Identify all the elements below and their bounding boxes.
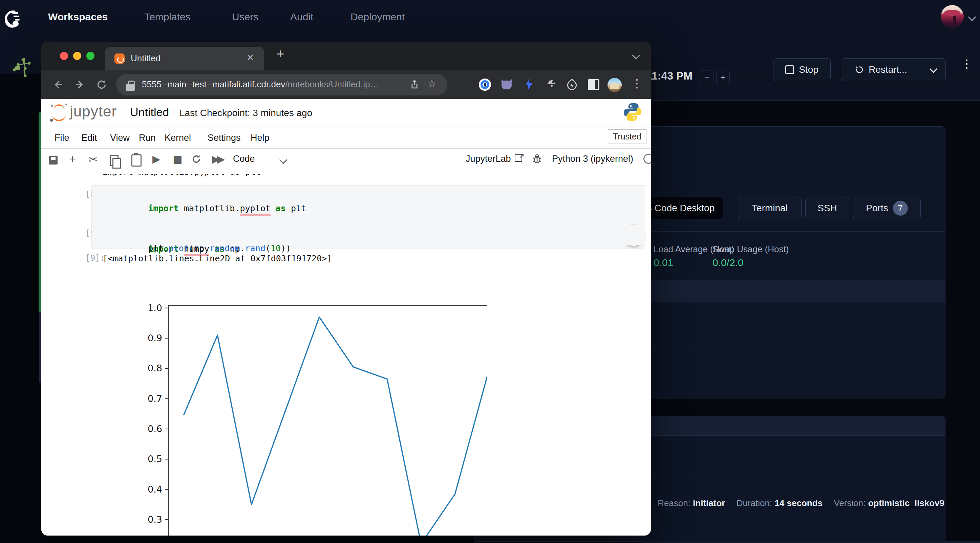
menu-run[interactable]: Run (139, 133, 156, 143)
jupyterlab-link[interactable]: JupyterLab (466, 154, 511, 164)
share-icon[interactable] (409, 79, 420, 91)
new-tab-button[interactable]: + (276, 46, 284, 62)
bookmark-star-icon[interactable]: ☆ (427, 77, 437, 90)
terminal-label: Terminal (752, 203, 788, 214)
python-logo-icon (623, 102, 642, 122)
window-zoom-button[interactable] (86, 52, 94, 60)
cut-cells-icon[interactable]: ✂ (89, 153, 98, 166)
favicon-ring (117, 56, 124, 63)
browser-window: Untitled ✕ + 5555--main--test--ma (41, 42, 651, 535)
lightning-extension-icon[interactable] (523, 78, 535, 91)
save-icon[interactable] (49, 156, 57, 165)
forward-icon[interactable] (74, 79, 86, 91)
nav-item-users[interactable]: Users (232, 11, 258, 23)
svg-text:0.6: 0.6 (148, 424, 162, 434)
ports-button[interactable]: Ports 7 (853, 197, 921, 219)
zoom-in-button[interactable]: + (716, 70, 730, 84)
nav-item-templates[interactable]: Templates (144, 11, 191, 23)
header-divider (41, 127, 651, 127)
menu-view[interactable]: View (110, 133, 130, 143)
browser-toolbar: 5555--main--test--matifali.atif.cdr.dev/… (41, 70, 651, 99)
menu-edit[interactable]: Edit (81, 133, 97, 143)
menu-kernel[interactable]: Kernel (165, 133, 191, 143)
run-cell-icon[interactable]: ▶ (153, 153, 160, 165)
duration-label: Duration: (737, 498, 772, 508)
onepassword-extension-icon[interactable] (479, 79, 491, 91)
restart-button[interactable]: Restart... (841, 58, 921, 81)
kernel-status-icon (643, 154, 651, 164)
svg-text:0.3: 0.3 (148, 514, 162, 525)
svg-text:1.0: 1.0 (148, 303, 162, 313)
interrupt-kernel-icon[interactable]: ■ (173, 153, 182, 165)
trusted-button[interactable]: Trusted (608, 129, 646, 144)
external-link-icon: ↗ (515, 154, 522, 162)
menu-help[interactable]: Help (251, 133, 270, 143)
debugger-bug-icon[interactable] (531, 153, 542, 165)
add-cell-icon[interactable]: + (69, 152, 76, 165)
url-bar[interactable]: 5555--main--test--matifali.atif.cdr.dev/… (116, 74, 447, 95)
coder-logo-icon[interactable] (5, 8, 24, 30)
restart-icon (855, 65, 864, 74)
window-minimize-button[interactable] (73, 52, 81, 60)
back-icon[interactable] (51, 79, 64, 91)
url-host: 5555--main--test--matifali.atif.cdr.dev (142, 79, 285, 89)
cell2-input-box[interactable]: plt.plot(np.random.rand(10)) (91, 225, 645, 245)
stop-button[interactable]: Stop (773, 58, 830, 81)
code-token: import (148, 203, 179, 213)
terminal-button[interactable]: Terminal (738, 197, 802, 219)
kernel-name[interactable]: Python 3 (ipykernel) (552, 154, 633, 164)
restart-run-all-icon[interactable]: ▶▶ (212, 153, 222, 165)
restart-kernel-icon[interactable] (191, 154, 202, 165)
template-puzzle-icon (11, 57, 34, 78)
ssh-button[interactable]: SSH (805, 197, 849, 219)
menu-settings[interactable]: Settings (208, 133, 241, 143)
avatar-tree-canopy (944, 10, 960, 16)
extensions-puzzle-icon[interactable] (544, 79, 557, 91)
restart-chevron-icon (929, 65, 937, 73)
copy-cells-icon[interactable] (110, 155, 119, 166)
notebook-toolbar: + ✂ ▶ ■ ▶▶ Code JupyterLab (41, 148, 651, 173)
menu-file[interactable]: File (54, 133, 69, 143)
reason-label: Reason: (658, 498, 690, 508)
profile-avatar[interactable] (608, 78, 622, 92)
cell1-input-box[interactable]: import matplotlib.pyplot as plt import n… (91, 185, 645, 218)
matplotlib-line-chart: 0.20.30.40.50.60.70.80.91.002468 (97, 298, 487, 535)
side-panel-inner (595, 80, 598, 89)
restart-dropdown-button[interactable] (921, 58, 946, 81)
duration-value: 14 seconds (775, 498, 822, 508)
tab-title: Untitled (131, 53, 161, 64)
timeline-border-strip (39, 312, 41, 383)
nav-item-workspaces[interactable]: Workspaces (48, 11, 108, 23)
workspace-kebab-menu[interactable]: ⋮ (961, 57, 972, 70)
tab-close-icon[interactable]: ✕ (247, 52, 254, 63)
ports-count-badge: 7 (893, 201, 908, 216)
notebook-title[interactable]: Untitled (130, 106, 169, 119)
svg-text:0.7: 0.7 (148, 393, 162, 404)
clipped-code-line: import matplotlib.pyplot as plt (103, 174, 475, 179)
output-text: [<matplotlib.lines.Line2D at 0x7fd03f191… (103, 252, 332, 265)
svg-text:0.5: 0.5 (148, 454, 162, 464)
save-icon-inner (51, 157, 56, 160)
window-close-button[interactable] (60, 52, 68, 60)
browser-tab[interactable]: Untitled ✕ (105, 47, 264, 70)
zoom-out-button[interactable]: − (700, 70, 713, 84)
nav-item-deployment[interactable]: Deployment (350, 11, 405, 23)
url-text: 5555--main--test--matifali.atif.cdr.dev/… (142, 79, 379, 90)
ssh-label: SSH (818, 203, 837, 214)
browser-tabstrip: Untitled ✕ + (41, 42, 651, 70)
octocat-extension-icon[interactable] (501, 79, 513, 90)
paste-cells-icon[interactable] (131, 154, 142, 167)
browser-kebab-menu[interactable]: ⋮ (631, 76, 643, 90)
output-prompt: [9]: (64, 253, 105, 263)
code-token-misspelled: pyplot (240, 203, 270, 216)
battery-saver-extension-icon[interactable] (565, 78, 578, 91)
lock-icon (126, 84, 135, 91)
code-token: plt (291, 203, 306, 213)
reload-icon[interactable] (95, 79, 108, 91)
jupyter-favicon-icon (115, 54, 125, 64)
user-avatar[interactable] (941, 5, 964, 28)
cell-type-select[interactable]: Code (233, 154, 255, 164)
tab-search-chevron-icon[interactable] (632, 51, 640, 59)
side-panel-icon[interactable] (588, 79, 600, 90)
nav-item-audit[interactable]: Audit (290, 11, 313, 23)
